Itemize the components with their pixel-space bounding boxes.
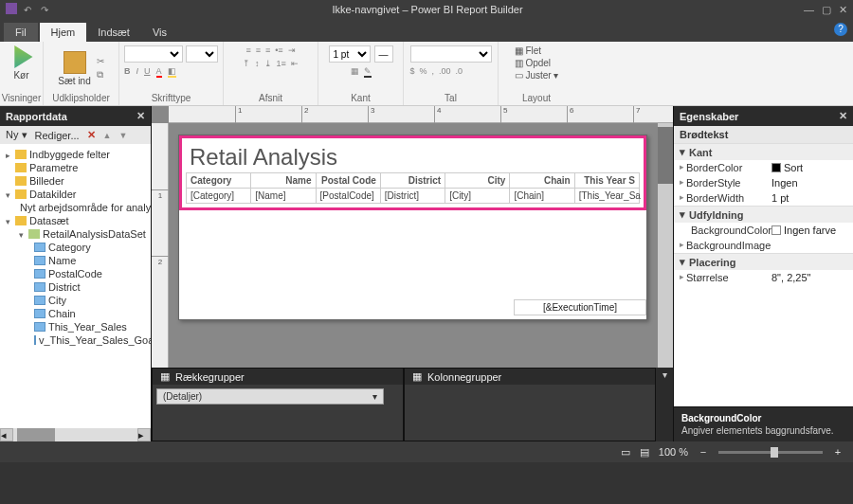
- currency-button[interactable]: $: [410, 66, 415, 76]
- bullets-button[interactable]: •≡: [275, 45, 282, 55]
- tab-view[interactable]: Vis: [141, 23, 178, 42]
- details-group[interactable]: (Detaljer)▾: [156, 388, 384, 405]
- zoom-out-button[interactable]: −: [698, 446, 709, 458]
- column-header[interactable]: Category: [187, 173, 251, 189]
- zoom-slider[interactable]: [718, 451, 823, 454]
- view-icon-2[interactable]: ▤: [640, 446, 649, 459]
- minimize-icon[interactable]: —: [804, 4, 814, 16]
- copy-icon[interactable]: ⧉: [97, 69, 104, 81]
- prop-group-fill[interactable]: ▾Udfyldning: [674, 207, 853, 223]
- tab-home[interactable]: Hjem: [40, 23, 87, 42]
- align-left-button[interactable]: ≡: [245, 45, 250, 55]
- column-header[interactable]: Name: [251, 173, 316, 189]
- border-icon[interactable]: ▦: [351, 66, 359, 78]
- prop-row[interactable]: ▸BorderColorSort: [674, 160, 853, 175]
- chevron-down-icon[interactable]: ▾: [372, 391, 377, 402]
- new-dropdown[interactable]: Ny ▾: [6, 129, 27, 141]
- prop-group-position[interactable]: ▾Placering: [674, 254, 853, 270]
- prop-row[interactable]: ▸BorderStyleIngen: [674, 175, 853, 190]
- split-button[interactable]: ▥ Opdel: [515, 58, 551, 68]
- align-top-button[interactable]: ⤒: [243, 59, 250, 68]
- column-header[interactable]: District: [380, 173, 445, 189]
- column-header[interactable]: City: [445, 173, 510, 189]
- prop-row[interactable]: BackgroundColorIngen farve: [674, 223, 853, 238]
- comma-button[interactable]: ,: [432, 66, 435, 76]
- font-color-button[interactable]: A: [156, 66, 162, 78]
- bold-button[interactable]: B: [124, 66, 131, 78]
- design-canvas[interactable]: Retail Analysis Category Name Postal Cod…: [169, 123, 658, 368]
- play-icon: [10, 45, 33, 68]
- tablix[interactable]: Category Name Postal Code District City …: [186, 172, 640, 204]
- number-format-select[interactable]: [410, 45, 492, 63]
- paste-button[interactable]: Sæt ind: [58, 51, 90, 86]
- numbers-button[interactable]: 1≡: [277, 59, 286, 68]
- color-swatch: [771, 163, 781, 172]
- tab-file[interactable]: Fil: [4, 23, 38, 42]
- prop-row[interactable]: ▸BorderWidth1 pt: [674, 190, 853, 206]
- field-cell[interactable]: [District]: [380, 189, 445, 204]
- run-button[interactable]: Kør: [10, 45, 33, 81]
- outdent-button[interactable]: ⇤: [291, 59, 299, 68]
- page-footer-field[interactable]: [&ExecutionTime]: [514, 299, 646, 315]
- dec-dec-button[interactable]: .0: [456, 66, 463, 76]
- folder-icon: [15, 176, 27, 186]
- field-cell[interactable]: [This_Year_Sa: [574, 189, 639, 204]
- column-header[interactable]: This Year S: [574, 173, 639, 189]
- field-cell[interactable]: [Name]: [251, 189, 316, 204]
- indent-button[interactable]: ⇥: [288, 45, 296, 55]
- align-right-button[interactable]: ≡: [265, 45, 270, 55]
- help-icon[interactable]: ?: [834, 23, 847, 36]
- panel-close-icon[interactable]: ✕: [839, 110, 847, 122]
- report-page[interactable]: Retail Analysis Category Name Postal Cod…: [178, 135, 647, 320]
- zoom-in-button[interactable]: +: [832, 446, 844, 458]
- undo-icon[interactable]: ↶: [21, 3, 34, 16]
- prop-row[interactable]: ▸Størrelse8", 2,25": [674, 270, 853, 285]
- field-icon: [34, 335, 36, 345]
- column-header[interactable]: Postal Code: [316, 173, 380, 189]
- italic-button[interactable]: I: [136, 66, 139, 78]
- panel-close-icon[interactable]: ✕: [136, 110, 145, 122]
- move-up-icon[interactable]: ▲: [103, 131, 112, 140]
- maximize-icon[interactable]: ▢: [822, 4, 831, 16]
- move-down-icon[interactable]: ▼: [119, 131, 128, 140]
- cut-icon[interactable]: ✂: [97, 56, 104, 66]
- border-color-button[interactable]: ✎: [364, 66, 372, 78]
- percent-button[interactable]: %: [420, 66, 427, 76]
- underline-button[interactable]: U: [144, 66, 151, 78]
- grouping-toggle[interactable]: ▾: [656, 368, 673, 441]
- align-bot-button[interactable]: ⤓: [264, 59, 272, 68]
- field-cell[interactable]: [Category]: [187, 189, 251, 204]
- group-number-label: Tal: [445, 93, 457, 103]
- close-icon[interactable]: ✕: [839, 4, 847, 16]
- font-size-select[interactable]: [186, 45, 218, 63]
- field-cell[interactable]: [PostalCode]: [316, 189, 380, 204]
- save-icon[interactable]: [6, 3, 17, 14]
- status-bar: ▭ ▤ 100 % − +: [0, 441, 853, 462]
- field-cell[interactable]: [Chain]: [510, 189, 574, 204]
- canvas-vscroll[interactable]: [658, 123, 673, 368]
- report-data-tree[interactable]: ▸Indbyggede felter Parametre Billeder ▾D…: [0, 144, 151, 428]
- column-header[interactable]: Chain: [510, 173, 574, 189]
- align-button[interactable]: ▭ Juster ▾: [515, 70, 559, 81]
- report-body-selection[interactable]: Retail Analysis Category Name Postal Cod…: [179, 135, 646, 210]
- merge-button[interactable]: ▦ Flet: [515, 45, 541, 56]
- group-layout-label: Layout: [522, 93, 551, 103]
- fill-color-button[interactable]: ◧: [168, 66, 176, 78]
- border-weight-select[interactable]: 1 pt: [329, 45, 371, 63]
- folder-icon: [15, 189, 27, 199]
- delete-icon[interactable]: ✕: [87, 129, 96, 141]
- border-style-button[interactable]: —: [374, 45, 393, 63]
- prop-group-border[interactable]: ▾Kant: [674, 144, 853, 160]
- prop-row[interactable]: ▸BackgroundImage: [674, 238, 853, 253]
- report-title[interactable]: Retail Analysis: [186, 142, 640, 172]
- font-family-select[interactable]: [124, 45, 183, 63]
- edit-button[interactable]: Rediger...: [35, 130, 80, 141]
- align-center-button[interactable]: ≡: [256, 45, 261, 55]
- align-mid-button[interactable]: ↕: [255, 59, 260, 68]
- panel-hscroll[interactable]: ◂▸: [0, 428, 151, 441]
- field-cell[interactable]: [City]: [445, 189, 510, 204]
- tab-insert[interactable]: Indsæt: [86, 23, 141, 42]
- view-icon[interactable]: ▭: [621, 446, 630, 459]
- dec-inc-button[interactable]: .00: [439, 66, 451, 76]
- redo-icon[interactable]: ↷: [38, 3, 51, 16]
